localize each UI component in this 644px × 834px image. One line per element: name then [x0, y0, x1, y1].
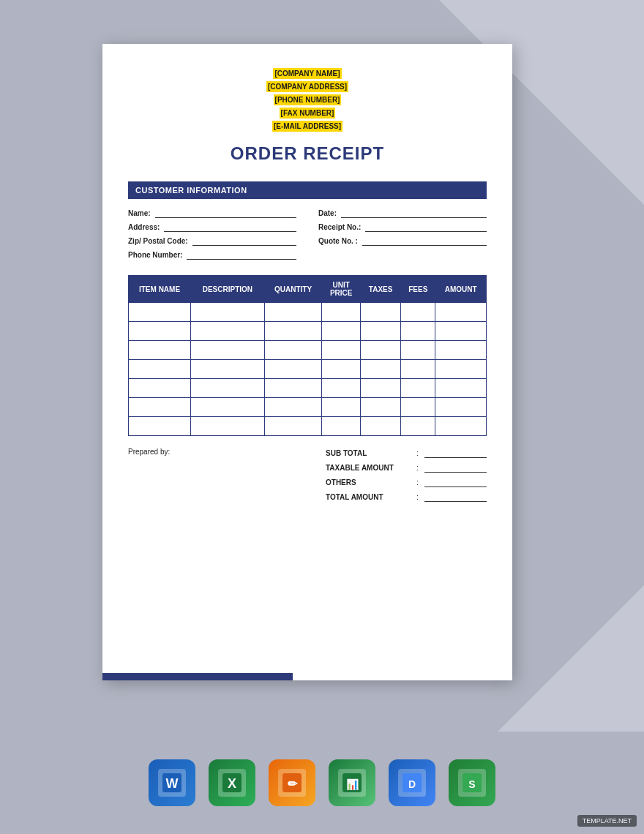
- receipt-label: Receipt No.:: [318, 223, 361, 231]
- excel-svg: X: [221, 772, 243, 794]
- others-row: OTHERS :: [326, 477, 487, 487]
- col-fees: FEES: [401, 276, 435, 303]
- name-input-line[interactable]: [155, 208, 296, 218]
- customer-right-col: Date: Receipt No.: Quote No. :: [311, 208, 487, 263]
- table-row: [129, 417, 487, 436]
- google-sheets-icon-inner: S: [458, 769, 486, 797]
- bg-shape-bottom-right: [498, 585, 644, 732]
- app-toolbar: W X ✏ 📊: [0, 732, 644, 834]
- taxable-line[interactable]: [424, 462, 487, 473]
- total-line[interactable]: [424, 492, 487, 502]
- company-fax: [FAX NUMBER]: [280, 108, 336, 119]
- company-header: [COMPANY NAME] [COMPANY ADDRESS] [PHONE …: [128, 66, 487, 132]
- total-colon: :: [416, 493, 419, 501]
- table-row: [129, 322, 487, 341]
- word-svg: W: [161, 772, 183, 794]
- col-description: DESCRIPTION: [191, 276, 265, 303]
- zip-input-line[interactable]: [192, 236, 296, 246]
- date-label: Date:: [318, 209, 337, 217]
- receipt-input-line[interactable]: [365, 222, 487, 232]
- svg-text:W: W: [166, 776, 179, 791]
- google-sheets-icon[interactable]: S: [449, 759, 495, 806]
- name-label: Name:: [128, 209, 151, 217]
- subtotal-line[interactable]: [424, 448, 487, 458]
- excel-icon[interactable]: X: [209, 759, 255, 806]
- customer-section-header: CUSTOMER INFORMATION: [128, 181, 487, 199]
- company-address: [COMPANY ADDRESS]: [266, 81, 348, 92]
- template-net-badge: TEMPLATE.NET: [577, 815, 637, 827]
- quote-field-row: Quote No. :: [318, 236, 487, 246]
- total-row: TOTAL AMOUNT :: [326, 492, 487, 502]
- subtotal-row: SUB TOTAL :: [326, 448, 487, 458]
- others-label: OTHERS: [326, 478, 413, 487]
- zip-label: Zip/ Postal Code:: [128, 237, 188, 245]
- table-header-row: ITEM NAME DESCRIPTION QUANTITY UNITPRICE…: [129, 276, 487, 303]
- pages-icon[interactable]: ✏: [269, 759, 315, 806]
- subtotal-label: SUB TOTAL: [326, 449, 413, 457]
- items-table: ITEM NAME DESCRIPTION QUANTITY UNITPRICE…: [128, 275, 487, 436]
- total-label: TOTAL AMOUNT: [326, 493, 413, 501]
- svg-text:D: D: [408, 778, 416, 790]
- receipt-field-row: Receipt No.:: [318, 222, 487, 232]
- col-unit-price: UNITPRICE: [322, 276, 361, 303]
- word-icon-inner: W: [158, 769, 186, 797]
- subtotal-colon: :: [416, 449, 419, 457]
- name-field-row: Name:: [128, 208, 296, 218]
- document: [COMPANY NAME] [COMPANY ADDRESS] [PHONE …: [102, 44, 512, 680]
- google-docs-icon[interactable]: D: [389, 759, 435, 806]
- others-colon: :: [416, 478, 419, 487]
- table-row: [129, 341, 487, 360]
- table-row: [129, 398, 487, 417]
- svg-text:📊: 📊: [346, 778, 359, 791]
- table-row: [129, 303, 487, 322]
- numbers-icon-inner: 📊: [338, 769, 366, 797]
- customer-left-col: Name: Address: Zip/ Postal Code: Phone N…: [128, 208, 304, 263]
- date-field-row: Date:: [318, 208, 487, 218]
- company-phone: [PHONE NUMBER]: [274, 94, 342, 105]
- col-quantity: QUANTITY: [264, 276, 322, 303]
- footer-section: Prepared by: SUB TOTAL : TAXABLE AMOUNT …: [128, 448, 487, 506]
- table-row: [129, 360, 487, 379]
- numbers-icon[interactable]: 📊: [329, 759, 375, 806]
- gsheets-svg: S: [461, 772, 483, 794]
- excel-icon-inner: X: [218, 769, 246, 797]
- svg-text:✏: ✏: [288, 778, 299, 790]
- taxable-label: TAXABLE AMOUNT: [326, 464, 413, 472]
- quote-input-line[interactable]: [362, 236, 487, 246]
- table-row: [129, 379, 487, 398]
- date-input-line[interactable]: [341, 208, 487, 218]
- google-docs-icon-inner: D: [398, 769, 426, 797]
- phone-field-row: Phone Number:: [128, 249, 296, 260]
- numbers-svg: 📊: [341, 772, 363, 794]
- pages-icon-inner: ✏: [278, 769, 306, 797]
- zip-field-row: Zip/ Postal Code:: [128, 236, 296, 246]
- col-item-name: ITEM NAME: [129, 276, 191, 303]
- address-label: Address:: [128, 223, 160, 231]
- svg-text:X: X: [228, 776, 236, 791]
- col-amount: AMOUNT: [435, 276, 487, 303]
- totals-section: SUB TOTAL : TAXABLE AMOUNT : OTHERS : TO…: [326, 448, 487, 506]
- quote-label: Quote No. :: [318, 237, 358, 245]
- taxable-row: TAXABLE AMOUNT :: [326, 462, 487, 473]
- word-icon[interactable]: W: [149, 759, 195, 806]
- svg-text:S: S: [468, 778, 475, 790]
- doc-bottom-bar: [102, 673, 293, 680]
- company-name: [COMPANY NAME]: [273, 68, 341, 79]
- phone-label: Phone Number:: [128, 251, 182, 259]
- company-email: [E-MAIL ADDRESS]: [272, 121, 342, 132]
- col-taxes: TAXES: [361, 276, 401, 303]
- taxable-colon: :: [416, 464, 419, 472]
- others-line[interactable]: [424, 477, 487, 487]
- page-title: ORDER RECEIPT: [128, 143, 487, 164]
- phone-input-line[interactable]: [187, 249, 296, 260]
- gdocs-svg: D: [401, 772, 423, 794]
- prepared-by-label: Prepared by:: [128, 448, 170, 456]
- pages-svg: ✏: [281, 772, 303, 794]
- address-input-line[interactable]: [164, 222, 296, 232]
- address-field-row: Address:: [128, 222, 296, 232]
